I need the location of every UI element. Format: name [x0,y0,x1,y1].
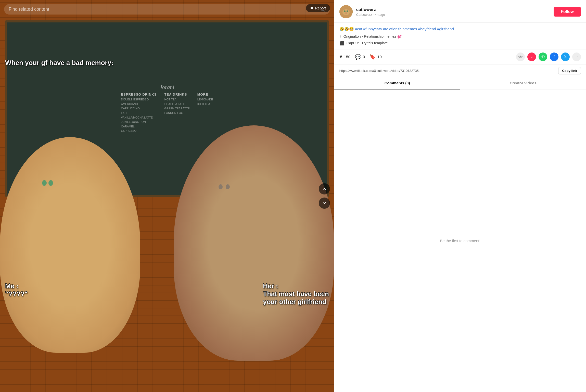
cat-right [174,125,334,361]
bookmark-icon: 🔖 [370,54,376,60]
twitter-share-icon[interactable]: 𝕏 [561,53,570,61]
svg-point-6 [345,12,347,14]
nav-down-button[interactable] [319,198,330,209]
tabs-row: Comments (0) Creator videos [334,77,586,89]
svg-point-5 [347,10,348,12]
chalkboard-menu: ESPRESSO DRINKS DOUBLE ESPRESSOAMERICANO… [121,93,213,133]
caption-text: 🤣🤣😅 #cat #funnycats #relationshipmemes #… [339,26,581,32]
tab-creator-videos[interactable]: Creator videos [460,77,586,89]
likes-count: 150 [344,55,350,59]
heart-icon: ♥ [339,54,342,60]
tiktok-share-icon[interactable]: ♪ [527,53,536,61]
search-input[interactable] [9,7,318,12]
url-row: https://www.tiktok.com/@catlowerz/video/… [334,64,586,77]
creator-info: catlowerz CatLowerz · 4h ago [356,7,550,17]
share-icons: </> ♪ ✆ f 𝕏 → [516,53,581,61]
nav-arrows [319,183,330,209]
chalkboard-title: Jorani [160,84,174,90]
code-share-icon[interactable]: </> [516,53,525,61]
creator-name: catlowerz [356,7,550,12]
creator-header: catlowerz CatLowerz · 4h ago Follow [334,0,586,23]
tab-comments[interactable]: Comments (0) [334,77,460,89]
music-line: ♪ Originalton - Relationship memez 💕 [339,34,581,39]
caption-area: 🤣🤣😅 #cat #funnycats #relationshipmemes #… [334,23,586,49]
tea-header: TEA DRINKS [164,93,189,96]
her-caption: Her :That must have beenyour other girlf… [263,282,329,306]
creator-time: 4h ago [375,13,385,17]
whatsapp-share-icon[interactable]: ✆ [539,53,547,61]
facebook-share-icon[interactable]: f [550,53,558,61]
avatar[interactable] [339,5,353,18]
report-button[interactable]: Report [306,4,330,12]
creator-separator: · [373,13,375,17]
template-icon: ⬛ [339,41,345,46]
engagement-row: ♥ 150 💬 0 🔖 10 </> ♪ ✆ f 𝕏 → [334,49,586,64]
comments-empty-message: Be the first to comment! [440,239,480,243]
more-header: MORE [197,93,213,96]
video-caption-bottom: Me :"????" Her :That must have beenyour … [5,282,329,306]
template-line: ⬛ CapCut | Try this template [339,41,581,46]
svg-point-3 [342,9,350,15]
espresso-items: DOUBLE ESPRESSOAMERICANOCAPPUCCINOLATTEV… [121,97,157,133]
right-panel: catlowerz CatLowerz · 4h ago Follow 🤣🤣😅 … [334,0,586,392]
caption-hashtags[interactable]: #cat #funnycats #relationshipmemes #boyf… [355,27,454,31]
likes-item[interactable]: ♥ 150 [339,54,350,60]
video-background: Jorani ESPRESSO DRINKS DOUBLE ESPRESSOAM… [0,0,334,392]
bookmarks-item[interactable]: 🔖 10 [370,54,382,60]
comments-empty-state: Be the first to comment! [334,89,586,392]
comments-count: 0 [363,55,365,59]
search-bar [4,4,330,15]
svg-point-4 [344,10,346,12]
copy-link-button[interactable]: Copy link [558,67,581,74]
espresso-col: ESPRESSO DRINKS DOUBLE ESPRESSOAMERICANO… [121,93,157,133]
more-col: MORE LEMONADEICED TEA [197,93,213,133]
template-label[interactable]: CapCut | Try this template [347,41,388,45]
bookmarks-count: 10 [377,55,382,59]
tea-col: TEA DRINKS HOT TEACHAI TEA LATTEGREEN TE… [164,93,189,133]
creator-meta: CatLowerz · 4h ago [356,13,550,17]
comments-item[interactable]: 💬 0 [355,54,365,60]
video-area[interactable]: Jorani ESPRESSO DRINKS DOUBLE ESPRESSOAM… [0,0,334,392]
comment-icon: 💬 [355,54,361,60]
cat-left [0,137,140,353]
espresso-header: ESPRESSO DRINKS [121,93,157,96]
nav-up-button[interactable] [319,183,330,194]
video-panel: Report Jorani ESPRESSO DRINKS DOUBLE ESP… [0,0,334,392]
caption-emojis: 🤣🤣😅 [339,27,354,31]
report-label: Report [315,6,326,10]
more-items: LEMONADEICED TEA [197,97,213,106]
tea-items: HOT TEACHAI TEA LATTEGREEN TEA LATTELOND… [164,97,189,115]
follow-button[interactable]: Follow [554,7,581,17]
url-text: https://www.tiktok.com/@catlowerz/video/… [339,69,556,73]
music-icon: ♪ [339,34,341,39]
video-caption-top: When your gf have a bad memory: [5,59,329,67]
me-caption: Me :"????" [5,282,28,306]
creator-handle: CatLowerz [356,13,372,17]
music-label[interactable]: Originalton - Relationship memez 💕 [343,34,402,38]
more-share-icon[interactable]: → [572,53,581,61]
